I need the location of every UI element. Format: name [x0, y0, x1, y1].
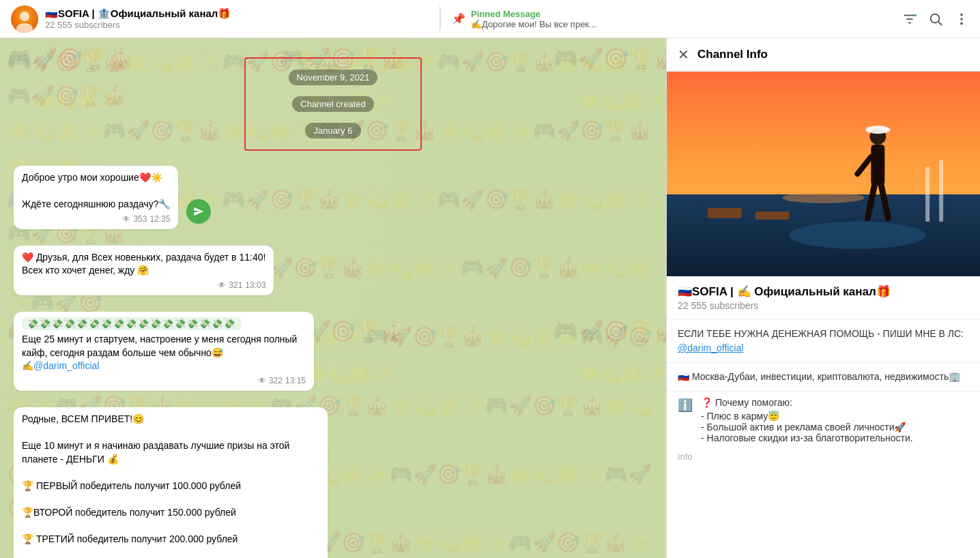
- channel-photo: [667, 72, 980, 276]
- svg-point-9: [960, 13, 963, 16]
- msg-row-2: ❤️ Друзья, для Всех новеньких, раздача б…: [14, 243, 652, 298]
- eye-icon-1: 👁: [122, 214, 130, 224]
- channel-created-text: Channel created: [292, 96, 373, 112]
- pinned-text-block: Pinned Message ✍️Дорогие мои! Вы все пре…: [471, 9, 596, 29]
- svg-rect-15: [708, 208, 742, 218]
- msg-time-2: 13:03: [245, 280, 265, 290]
- svg-point-1: [20, 12, 29, 21]
- why-help-block: ❓ Почему помогаю: - Плюс в карму😇 - Боль…: [701, 397, 913, 443]
- channel-avatar: [11, 5, 38, 33]
- channel-photo-svg: [667, 72, 980, 276]
- msg-views-2: 321: [229, 280, 242, 290]
- msg-text-2: ❤️ Друзья, для Всех новеньких, раздача б…: [22, 251, 265, 278]
- pin-icon: 📌: [452, 12, 465, 25]
- top-bar: 🇷🇺SOFIA | 🏦Официальный канал🎁 22 555 sub…: [0, 0, 980, 38]
- svg-point-6: [914, 14, 917, 16]
- why-help-label: ❓ Почему помогаю:: [701, 397, 913, 408]
- svg-rect-25: [939, 160, 943, 222]
- msg-meta-2: 👁 321 13:03: [22, 280, 265, 290]
- msg-views-1: 353: [133, 214, 147, 224]
- channel-name-header: 🇷🇺SOFIA | 🏦Официальный канал🎁 22 555 sub…: [45, 8, 231, 30]
- right-panel-header: ✕ Channel Info: [667, 38, 980, 72]
- right-panel-content[interactable]: 🇷🇺SOFIA | ✍️ Официальный канал🎁 22 555 s…: [667, 72, 980, 558]
- pinned-preview: ✍️Дорогие мои! Вы все прек...: [471, 19, 596, 29]
- eye-icon-2: 👁: [218, 280, 226, 290]
- msg-meta-3: 👁 322 13:15: [22, 376, 306, 385]
- svg-point-14: [783, 192, 865, 203]
- channel-subscribers: 22 555 subscribers: [45, 20, 231, 30]
- top-bar-actions: [891, 12, 969, 27]
- date-highlight-box: November 9, 2021 Channel created January…: [244, 57, 422, 151]
- more-button[interactable]: [954, 12, 969, 27]
- why-help-item-2: - Большой актив и реклама своей личности…: [701, 422, 913, 432]
- close-button[interactable]: ✕: [678, 46, 689, 63]
- eye-icon-3: 👁: [258, 376, 266, 385]
- msg-text-3: Еще 25 минут и стартуем, настроение у ме…: [22, 333, 306, 373]
- msg-time-3: 13:15: [285, 376, 306, 385]
- msg-text-4: Родные, ВСЕМ ПРИВЕТ!😊 Еще 10 минут и я н…: [22, 413, 319, 558]
- msg-text-1: Доброе утро мои хорошие❤️☀️Ждёте сегодня…: [22, 171, 170, 211]
- message-bubble-2: ❤️ Друзья, для Всех новеньких, раздача б…: [14, 246, 274, 295]
- date-text-jan: January 6: [305, 123, 360, 138]
- main-layout: 🎮🚀🎯🏆🎪⭐💫🌟✨🎮🚀🎯🏆🎪⭐💫🌟✨🎮🚀🎯🏆🎪⭐💫🌟✨🎮🚀🎯🏆🎪 ⭐💫🌟✨🎮🚀🎯…: [0, 38, 980, 558]
- panel-title: Channel Info: [697, 48, 969, 61]
- message-bubble-4: Родные, ВСЕМ ПРИВЕТ!😊 Еще 10 минут и я н…: [14, 407, 328, 558]
- msg-time-1: 12:35: [149, 214, 170, 224]
- channel-location-block: 🇷🇺 Москва-Дубаи, инвестиции, криптовалют…: [667, 363, 980, 392]
- search-button[interactable]: [928, 12, 943, 27]
- chat-area[interactable]: 🎮🚀🎯🏆🎪⭐💫🌟✨🎮🚀🎯🏆🎪⭐💫🌟✨🎮🚀🎯🏆🎪⭐💫🌟✨🎮🚀🎯🏆🎪 ⭐💫🌟✨🎮🚀🎯…: [0, 38, 666, 558]
- msg-emoji-row-3: 💸💸💸💸💸💸💸💸💸💸💸💸💸💸💸💸💸: [22, 317, 242, 330]
- channel-header-left[interactable]: 🇷🇺SOFIA | 🏦Официальный канал🎁 22 555 sub…: [11, 5, 439, 33]
- location-text: 🇷🇺 Москва-Дубаи, инвестиции, криптовалют…: [678, 371, 960, 382]
- chat-messages: November 9, 2021 Channel created January…: [0, 46, 666, 558]
- description-link[interactable]: @darim_official: [678, 342, 743, 353]
- channel-title: 🇷🇺SOFIA | 🏦Официальный канал🎁: [45, 8, 231, 20]
- msg-row-4: Родные, ВСЕМ ПРИВЕТ!😊 Еще 10 минут и я н…: [14, 405, 652, 558]
- msg-row-1: Доброе утро мои хорошие❤️☀️Ждёте сегодня…: [14, 163, 652, 232]
- share-button-1[interactable]: [186, 199, 211, 224]
- channel-created-badge: Channel created: [292, 96, 373, 112]
- svg-point-19: [865, 126, 890, 134]
- why-help-item-1: - Плюс в карму😇: [701, 411, 913, 422]
- channel-info-subs: 22 555 subscribers: [678, 300, 969, 311]
- svg-point-10: [960, 18, 963, 20]
- info-circle-icon: ℹ️: [678, 398, 693, 413]
- date-badge-jan: January 6: [305, 123, 360, 138]
- filter-button[interactable]: [902, 12, 917, 27]
- svg-rect-24: [925, 167, 929, 222]
- svg-point-17: [790, 222, 926, 249]
- svg-line-8: [938, 22, 942, 25]
- date-badge-nov: November 9, 2021: [289, 70, 378, 85]
- pinned-message-bar[interactable]: 📌 Pinned Message ✍️Дорогие мои! Вы все п…: [440, 9, 891, 29]
- channel-description-block: ЕСЛИ ТЕБЕ НУЖНА ДЕНЕЖНАЯ ПОМОЩЬ - ПИШИ М…: [667, 320, 980, 363]
- date-text-nov: November 9, 2021: [289, 70, 378, 85]
- why-help-item-3: - Налоговые скидки из-за благотворительн…: [701, 432, 913, 443]
- svg-point-7: [931, 14, 940, 23]
- info-label: Info: [667, 449, 980, 462]
- msg-meta-1: 👁 353 12:35: [22, 214, 170, 224]
- right-panel: ✕ Channel Info: [666, 38, 980, 558]
- msg-row-3: 💸💸💸💸💸💸💸💸💸💸💸💸💸💸💸💸💸 Еще 25 минут и стартуе…: [14, 309, 652, 394]
- msg-views-3: 322: [269, 376, 283, 385]
- svg-rect-20: [871, 145, 884, 186]
- channel-info-section: 🇷🇺SOFIA | ✍️ Официальный канал🎁 22 555 s…: [667, 276, 980, 320]
- message-bubble-3: 💸💸💸💸💸💸💸💸💸💸💸💸💸💸💸💸💸 Еще 25 минут и стартуе…: [14, 312, 314, 391]
- svg-rect-16: [755, 211, 790, 220]
- svg-point-11: [960, 22, 963, 25]
- info-row-why: ℹ️ ❓ Почему помогаю: - Плюс в карму😇 - Б…: [667, 392, 980, 449]
- channel-info-name: 🇷🇺SOFIA | ✍️ Официальный канал🎁: [678, 284, 969, 299]
- pinned-label: Pinned Message: [471, 9, 596, 19]
- message-bubble-1: Доброе утро мои хорошие❤️☀️Ждёте сегодня…: [14, 166, 178, 229]
- msg-link-3[interactable]: @darim_official: [33, 360, 99, 371]
